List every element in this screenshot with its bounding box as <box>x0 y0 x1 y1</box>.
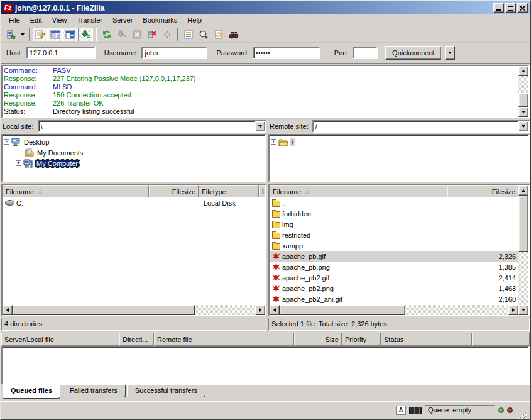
file-row-selected[interactable]: apache_pb.gif2,326 <box>270 251 518 262</box>
toggle-local-tree-button[interactable] <box>48 28 63 41</box>
file-row[interactable]: apache_pb2.png1,463 <box>270 283 518 294</box>
site-manager-button[interactable] <box>4 28 19 41</box>
column-remote-file[interactable]: Remote file <box>154 333 294 346</box>
file-row[interactable]: .. <box>270 197 518 208</box>
column-priority[interactable]: Priority <box>342 333 381 346</box>
menu-server[interactable]: Server <box>107 15 138 25</box>
username-label: Username: <box>104 49 138 57</box>
find-files-button[interactable] <box>226 28 241 41</box>
column-status[interactable]: Status <box>381 333 472 346</box>
file-row[interactable]: restricted <box>270 229 518 240</box>
file-row[interactable]: xampp <box>270 240 518 251</box>
column-filename[interactable]: Filename <box>3 185 149 197</box>
arrow-left-icon <box>6 308 9 312</box>
column-filesize[interactable]: Filesize <box>447 185 518 197</box>
scroll-right-button[interactable] <box>255 305 265 315</box>
filter-button[interactable] <box>181 28 196 41</box>
quickconnect-button[interactable]: Quickconnect <box>385 46 441 60</box>
file-row[interactable]: forbidden <box>270 208 518 219</box>
tab-queued-files[interactable]: Queued files <box>3 385 60 399</box>
scroll-thumb[interactable] <box>518 93 528 107</box>
synchronized-browsing-button[interactable] <box>211 28 226 41</box>
disk-icon <box>5 200 14 206</box>
scroll-left-button[interactable] <box>270 305 280 315</box>
scroll-left-button[interactable] <box>3 305 13 315</box>
combo-dropdown-button[interactable] <box>518 121 528 131</box>
tree-item-desktop[interactable]: - Desktop <box>4 136 264 147</box>
log-scrollbar[interactable] <box>518 66 528 117</box>
scroll-thumb[interactable] <box>13 305 195 315</box>
column-filename[interactable]: Filename <box>270 185 447 197</box>
scroll-up-button[interactable] <box>518 185 528 196</box>
file-row[interactable]: apache_pb2_ani.gif2,160 <box>270 294 518 304</box>
tree-item-my-computer[interactable]: + My Computer <box>4 158 264 169</box>
tab-failed-transfers[interactable]: Failed transfers <box>62 385 126 397</box>
column-lastmodified[interactable]: L <box>259 185 265 197</box>
column-filetype[interactable]: Filetype <box>199 185 259 197</box>
data-type-indicator-icon[interactable]: A <box>396 406 406 415</box>
minimize-button[interactable] <box>493 3 504 13</box>
maximize-button[interactable] <box>505 3 516 13</box>
expander-icon[interactable]: + <box>16 160 21 166</box>
menu-edit[interactable]: Edit <box>25 15 47 25</box>
remote-vscrollbar[interactable] <box>518 185 528 315</box>
toggle-remote-tree-button[interactable] <box>63 28 78 41</box>
column-size[interactable]: Size <box>294 333 342 346</box>
local-list-body[interactable]: C: Local Disk <box>3 197 265 305</box>
scroll-thumb[interactable] <box>518 196 528 252</box>
process-queue-icon <box>117 30 127 40</box>
username-input[interactable] <box>141 47 207 59</box>
tab-successful-transfers[interactable]: Successful transfers <box>127 385 205 397</box>
local-site-combobox[interactable]: \ <box>38 120 266 133</box>
toggle-message-log-button[interactable] <box>33 28 48 41</box>
filetype: Local Disk <box>204 199 236 207</box>
column-direction[interactable]: Directi... <box>119 333 154 346</box>
menu-file[interactable]: File <box>4 15 25 25</box>
expander-icon[interactable]: + <box>271 139 276 145</box>
column-server-local-file[interactable]: Server/Local file <box>1 333 119 346</box>
close-button[interactable] <box>517 3 528 13</box>
remote-list-body[interactable]: .. forbidden img restricted xampp apache… <box>270 197 518 305</box>
scroll-down-button[interactable] <box>518 107 528 117</box>
column-filler <box>472 333 530 346</box>
tree-item-my-documents[interactable]: My Documents <box>4 147 264 158</box>
file-row[interactable]: apache_pb.png1,385 <box>270 262 518 272</box>
reconnect-button[interactable] <box>160 28 175 41</box>
scroll-up-button[interactable] <box>518 66 528 76</box>
toggle-transfer-queue-button[interactable] <box>78 28 93 41</box>
menu-bookmarks[interactable]: Bookmarks <box>138 15 182 25</box>
toolbar-separator <box>96 28 97 41</box>
host-input[interactable] <box>26 47 96 59</box>
file-row[interactable]: apache_pb2.gif2,414 <box>270 272 518 283</box>
scroll-right-button[interactable] <box>508 305 518 315</box>
chevron-down-icon <box>522 125 525 128</box>
remote-site-combobox[interactable]: / <box>312 120 530 133</box>
chevron-down-icon <box>258 125 262 128</box>
cancel-button[interactable] <box>129 28 145 41</box>
local-hscrollbar[interactable] <box>3 305 265 315</box>
scroll-down-button[interactable] <box>518 305 528 315</box>
combo-dropdown-button[interactable] <box>255 121 265 131</box>
port-input[interactable] <box>353 47 378 59</box>
file-row[interactable]: img <box>270 219 518 229</box>
directory-comparison-button[interactable] <box>196 28 211 41</box>
remote-hscrollbar[interactable] <box>270 305 518 315</box>
status-indicator-icon[interactable] <box>409 407 422 414</box>
menu-transfer[interactable]: Transfer <box>72 15 107 25</box>
tree-item-root[interactable]: + / <box>271 136 527 147</box>
password-input[interactable] <box>253 47 320 59</box>
scroll-thumb[interactable] <box>280 305 405 315</box>
column-filesize[interactable]: Filesize <box>149 185 199 197</box>
resize-grip[interactable] <box>518 410 527 419</box>
file-row-c-drive[interactable]: C: Local Disk <box>3 197 265 208</box>
disconnect-button[interactable] <box>145 28 160 41</box>
menu-help[interactable]: Help <box>182 15 207 25</box>
queue-list[interactable] <box>1 346 530 385</box>
menu-view[interactable]: View <box>47 15 72 25</box>
quickconnect-dropdown[interactable] <box>445 46 455 60</box>
site-manager-dropdown[interactable] <box>19 28 26 41</box>
refresh-button[interactable] <box>99 28 114 41</box>
expander-icon[interactable]: - <box>4 139 9 145</box>
process-queue-button[interactable] <box>114 28 129 41</box>
chevron-down-icon <box>21 33 25 36</box>
